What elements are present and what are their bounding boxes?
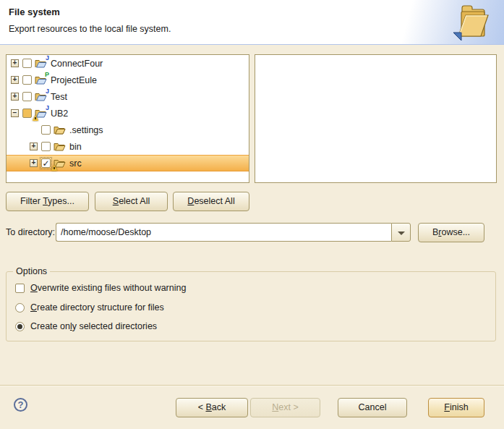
tree-row-test[interactable]: + ✓ J Test bbox=[7, 88, 249, 105]
project-folder-icon: J bbox=[35, 91, 47, 103]
tree-item-label: Test bbox=[51, 92, 67, 102]
footer-separator bbox=[0, 385, 504, 386]
warning-badge-icon bbox=[51, 165, 57, 171]
expand-icon[interactable]: + bbox=[30, 159, 38, 167]
browse-button[interactable]: Browse... bbox=[418, 223, 484, 242]
tree-row-settings[interactable]: ✓ .settings bbox=[7, 122, 249, 138]
folder-icon bbox=[54, 141, 66, 153]
file-list-panel bbox=[255, 54, 497, 183]
to-directory-label: To directory: bbox=[6, 227, 55, 237]
tree-item-label: UB2 bbox=[51, 109, 68, 119]
cancel-button[interactable]: Cancel bbox=[338, 398, 407, 417]
project-folder-icon: P bbox=[35, 75, 47, 86]
java-badge-icon: J bbox=[46, 88, 49, 95]
overwrite-existing-checkbox[interactable]: ✓ Overwrite existing files without warni… bbox=[15, 283, 186, 293]
create-only-selected-radio[interactable]: Create only selected directories bbox=[15, 321, 157, 331]
tree-row-ub2[interactable]: − ✓ J UB2 bbox=[7, 105, 249, 122]
folder-icon bbox=[54, 124, 66, 136]
expand-icon[interactable]: + bbox=[30, 143, 38, 150]
tree-item-label: ConnectFour bbox=[51, 59, 103, 69]
tree-row-projecteule[interactable]: + ✓ P ProjectEule bbox=[7, 72, 249, 88]
finish-button[interactable]: Finish bbox=[428, 398, 484, 417]
help-button[interactable]: ? bbox=[14, 398, 27, 412]
options-group: Options ✓ Overwrite existing files witho… bbox=[6, 271, 496, 341]
chevron-down-icon bbox=[398, 232, 405, 235]
java-badge-icon: J bbox=[46, 55, 49, 61]
radio-icon bbox=[15, 303, 25, 313]
collapse-icon[interactable]: − bbox=[11, 109, 19, 117]
java-badge-icon: J bbox=[46, 105, 49, 111]
create-directory-structure-radio[interactable]: Create directory structure for files bbox=[15, 302, 164, 313]
resource-tree: + ✓ J ConnectFour + ✓ P ProjectEule + ✓ … bbox=[6, 54, 249, 183]
tree-row-src[interactable]: + ✓ src bbox=[7, 155, 249, 171]
checkbox-test[interactable]: ✓ bbox=[22, 92, 32, 101]
checkbox-connectfour[interactable]: ✓ bbox=[22, 59, 32, 68]
project-folder-icon: J bbox=[35, 108, 47, 119]
select-all-button[interactable]: Select All bbox=[95, 192, 168, 211]
radio-selected-icon bbox=[15, 322, 25, 331]
tree-item-label: ProjectEule bbox=[51, 75, 97, 85]
deselect-all-button[interactable]: Deselect All bbox=[173, 192, 249, 211]
directory-input[interactable] bbox=[56, 223, 391, 242]
project-folder-icon: J bbox=[35, 58, 47, 69]
checkbox-ub2[interactable]: ✓ bbox=[22, 109, 32, 118]
options-legend: Options bbox=[13, 266, 50, 276]
project-badge-icon: P bbox=[45, 72, 49, 78]
page-subtitle: Export resources to the local file syste… bbox=[9, 24, 171, 34]
tree-item-label: src bbox=[69, 158, 82, 169]
tree-item-label: .settings bbox=[69, 125, 103, 135]
tree-item-label: bin bbox=[69, 142, 82, 152]
export-file-system-dialog: File system Export resources to the loca… bbox=[0, 0, 504, 429]
checkbox-settings[interactable]: ✓ bbox=[41, 125, 51, 135]
tree-row-bin[interactable]: + ✓ bin bbox=[7, 138, 249, 155]
next-button[interactable]: Next > bbox=[250, 398, 320, 417]
checkbox-projecteule[interactable]: ✓ bbox=[22, 75, 32, 85]
expand-icon[interactable]: + bbox=[11, 76, 19, 84]
back-button[interactable]: < Back bbox=[176, 398, 248, 417]
folder-icon bbox=[54, 158, 66, 169]
checkbox-src[interactable]: ✓ bbox=[41, 158, 51, 168]
expand-icon[interactable]: + bbox=[11, 59, 19, 67]
export-folder-icon bbox=[450, 2, 492, 43]
checkbox-bin[interactable]: ✓ bbox=[41, 142, 51, 151]
page-title: File system bbox=[9, 7, 60, 17]
checkbox-icon: ✓ bbox=[15, 284, 25, 293]
tree-row-connectfour[interactable]: + ✓ J ConnectFour bbox=[7, 55, 249, 72]
question-mark-icon: ? bbox=[18, 399, 24, 410]
warning-badge-icon bbox=[33, 115, 38, 121]
directory-dropdown-button[interactable] bbox=[391, 223, 411, 242]
expand-icon[interactable]: + bbox=[11, 93, 19, 101]
dialog-header: File system Export resources to the loca… bbox=[0, 0, 504, 45]
filter-types-button[interactable]: Filter Types... bbox=[6, 192, 89, 211]
